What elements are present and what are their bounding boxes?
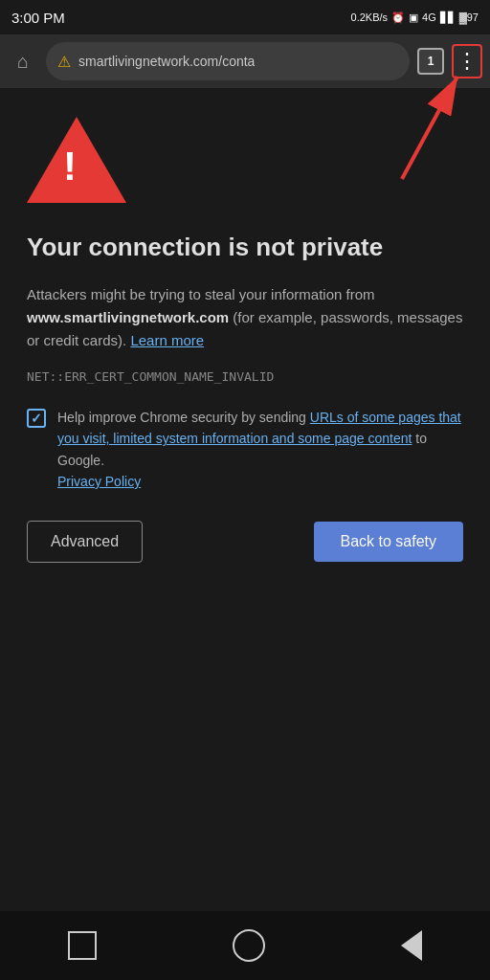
advanced-button[interactable]: Advanced — [27, 521, 143, 563]
bottom-nav-bar — [0, 911, 490, 980]
privacy-policy-link[interactable]: Privacy Policy — [57, 474, 141, 489]
tab-switcher-button[interactable]: 1 — [417, 48, 444, 75]
error-description: Attackers might be trying to steal your … — [27, 283, 463, 352]
home-button[interactable]: ⌂ — [8, 51, 38, 73]
address-bar[interactable]: ⚠ smartlivingnetwork.com/conta — [46, 42, 410, 80]
back-to-safety-button[interactable]: Back to safety — [314, 522, 464, 562]
battery-icon: ▓97 — [459, 11, 479, 23]
action-buttons: Advanced Back to safety — [27, 521, 463, 563]
browser-toolbar: ⌂ ⚠ smartlivingnetwork.com/conta 1 ⋮ — [0, 34, 490, 88]
error-page-content: Your connection is not private Attackers… — [0, 88, 490, 582]
description-text1: Attackers might be trying to steal your … — [27, 286, 374, 302]
learn-more-link[interactable]: Learn more — [130, 332, 204, 348]
sim-icon: ▣ — [409, 11, 418, 24]
browser-menu-button[interactable]: ⋮ — [452, 44, 482, 78]
url-text: smartlivingnetwork.com/conta — [78, 54, 255, 69]
site-name: www.smartlivingnetwork.com — [27, 309, 229, 325]
clock-icon: ⏰ — [391, 11, 405, 24]
signal-4g-icon: 4G — [422, 11, 436, 23]
signal-bars-icon: ▋▋ — [440, 11, 456, 24]
back-nav-button[interactable] — [401, 930, 422, 961]
checkbox-text1: Help improve Chrome security by sending — [57, 410, 310, 425]
help-improve-row: ✓ Help improve Chrome security by sendin… — [27, 407, 463, 493]
page-title: Your connection is not private — [27, 232, 463, 264]
network-speed: 0.2KB/s — [351, 11, 389, 23]
status-icons: 0.2KB/s ⏰ ▣ 4G ▋▋ ▓97 — [351, 11, 479, 24]
help-improve-checkbox[interactable]: ✓ — [27, 409, 46, 428]
error-code: NET::ERR_CERT_COMMON_NAME_INVALID — [27, 369, 463, 384]
recent-apps-button[interactable] — [68, 931, 97, 960]
status-bar: 3:00 PM 0.2KB/s ⏰ ▣ 4G ▋▋ ▓97 — [0, 0, 490, 34]
help-improve-label: Help improve Chrome security by sending … — [57, 407, 463, 493]
security-warning-icon: ⚠ — [57, 53, 71, 71]
checkmark-icon: ✓ — [31, 411, 42, 426]
status-time: 3:00 PM — [11, 10, 65, 26]
home-nav-button[interactable] — [233, 929, 265, 962]
warning-triangle-icon — [27, 117, 126, 203]
